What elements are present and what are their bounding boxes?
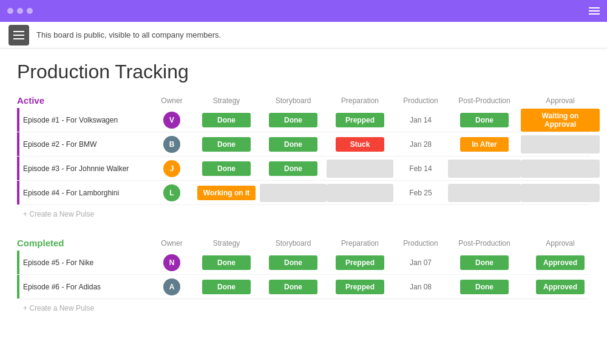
avatar: J (163, 160, 180, 177)
gray-placeholder (448, 184, 521, 202)
active-section: Active Owner Strategy Storyboard Prepara… (17, 95, 590, 223)
notice-bar: This board is public, visible to all com… (0, 22, 607, 49)
approval-cell: Approved (521, 280, 600, 294)
active-header-row: Active Owner Strategy Storyboard Prepara… (17, 95, 590, 106)
avatar: N (163, 254, 180, 271)
strategy-cell: Working on it (193, 186, 260, 200)
page-title: Production Tracking (17, 61, 590, 83)
production-cell: Jan 28 (393, 140, 448, 149)
storyboard-cell: Done (260, 255, 327, 270)
storyboard-badge: Done (269, 255, 317, 270)
row-name: Episode #2 - For BMW (17, 140, 151, 149)
col-launch-date: Launch Date (600, 96, 607, 105)
avatar-cell: J (151, 160, 193, 177)
storyboard-cell: Done (260, 113, 327, 127)
preparation-badge: Prepped (336, 113, 384, 127)
completed-section-title: Completed (17, 238, 151, 248)
post-production-badge: Done (460, 280, 509, 294)
col-preparation-c: Preparation (327, 239, 393, 248)
approval-cell (521, 184, 600, 202)
storyboard-cell: Done (260, 137, 327, 152)
gray-placeholder (327, 184, 393, 202)
hamburger-icon[interactable] (589, 7, 600, 15)
col-post-production: Post-Production (448, 96, 521, 105)
gray-placeholder (521, 135, 600, 153)
approval-cell (521, 135, 600, 153)
col-post-production-c: Post-Production (448, 239, 521, 248)
post-production-cell: In After (448, 137, 521, 152)
production-cell: Jan 08 (393, 283, 448, 291)
strategy-badge: Done (202, 255, 251, 270)
storyboard-cell: Done (260, 280, 327, 294)
col-production: Production (393, 96, 448, 105)
completed-section: Completed Owner Strategy Storyboard Prep… (17, 238, 590, 317)
preparation-cell: Stuck (327, 137, 393, 152)
create-pulse-active[interactable]: + Create a New Pulse (17, 205, 590, 223)
dot-1 (7, 8, 13, 14)
col-preparation: Preparation (327, 96, 393, 105)
col-approval: Approval (521, 96, 600, 105)
dot-2 (17, 8, 23, 14)
preparation-badge: Prepped (336, 255, 384, 270)
gray-placeholder (521, 160, 600, 178)
strategy-badge: Done (202, 280, 251, 294)
col-launch-date-c: Launch Date (600, 239, 607, 248)
approval-badge: Waiting on Approval (521, 109, 600, 132)
post-production-cell: Done (448, 255, 521, 270)
col-strategy-c: Strategy (193, 239, 260, 248)
col-storyboard: Storyboard (260, 96, 327, 105)
table-row: Episode #6 - For Adidas A Done Done Prep… (17, 275, 590, 299)
row-name: Episode #4 - For Lamborghini (17, 189, 151, 197)
strategy-badge: Done (202, 161, 251, 176)
strategy-badge: Done (202, 113, 251, 127)
menu-button[interactable] (8, 25, 29, 46)
post-production-cell: Done (448, 280, 521, 294)
notice-text: This board is public, visible to all com… (36, 30, 221, 39)
active-section-title: Active (17, 95, 151, 106)
approval-cell: Approved (521, 255, 600, 270)
preparation-badge: Prepped (336, 280, 384, 294)
post-production-cell (448, 184, 521, 202)
col-storyboard-c: Storyboard (260, 239, 327, 248)
avatar: L (163, 184, 180, 201)
gray-placeholder (327, 160, 393, 178)
preparation-cell: Prepped (327, 255, 393, 270)
approval-badge: Approved (536, 280, 585, 294)
preparation-cell: Prepped (327, 113, 393, 127)
storyboard-badge: Done (269, 280, 317, 294)
col-production-c: Production (393, 239, 448, 248)
storyboard-cell: Done (260, 161, 327, 176)
approval-cell: Waiting on Approval (521, 109, 600, 132)
strategy-badge: Done (202, 137, 251, 152)
row-name: Episode #6 - For Adidas (17, 283, 151, 291)
strategy-cell: Done (193, 113, 260, 127)
post-production-badge: Done (460, 113, 509, 127)
storyboard-cell (260, 184, 327, 202)
table-row: Episode #2 - For BMW B Done Done Stuck J… (17, 132, 590, 157)
strategy-cell: Done (193, 161, 260, 176)
preparation-badge: Stuck (336, 137, 384, 152)
production-cell: Jan 14 (393, 116, 448, 124)
gray-placeholder (448, 160, 521, 178)
col-approval-c: Approval (521, 239, 600, 248)
production-cell: Jan 07 (393, 258, 448, 267)
avatar-cell: B (151, 136, 193, 153)
title-bar (0, 0, 607, 22)
gray-placeholder (260, 184, 327, 202)
row-name: Episode #1 - For Volkswagen (17, 116, 151, 124)
avatar: V (163, 112, 180, 129)
main-content: Production Tracking Active Owner Strateg… (0, 49, 607, 364)
table-row: Episode #3 - For Johnnie Walker J Done D… (17, 157, 590, 181)
storyboard-badge: Done (269, 137, 317, 152)
preparation-cell (327, 160, 393, 178)
avatar-cell: N (151, 254, 193, 271)
strategy-cell: Done (193, 137, 260, 152)
launch-date-cell: Jan 24 (600, 258, 607, 267)
post-production-cell: Done (448, 113, 521, 127)
launch-date-cell: Jan 25 (600, 283, 607, 291)
avatar: A (163, 278, 180, 295)
avatar-cell: L (151, 184, 193, 201)
row-name: Episode #3 - For Johnnie Walker (17, 164, 151, 173)
create-pulse-completed[interactable]: + Create a New Pulse (17, 299, 590, 317)
production-cell: Feb 14 (393, 164, 448, 173)
